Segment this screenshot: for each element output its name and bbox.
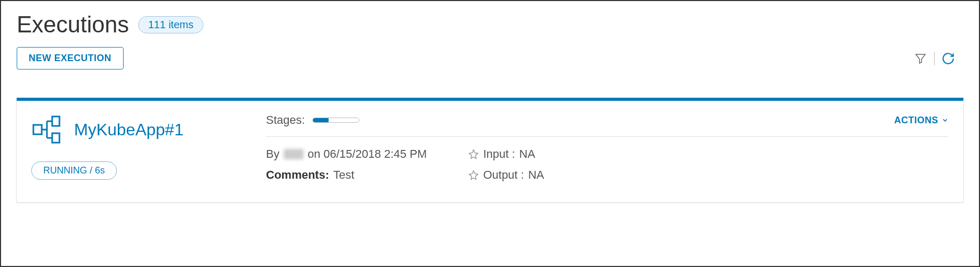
svg-rect-1 [52, 117, 59, 126]
stages-row: Stages: ACTIONS [266, 113, 949, 137]
page-header: Executions 111 items [17, 11, 963, 38]
content: Executions 111 items NEW EXECUTION [1, 1, 979, 69]
new-execution-button[interactable]: NEW EXECUTION [17, 47, 124, 69]
stages-label: Stages: [266, 113, 305, 127]
card-right: Stages: ACTIONS By [266, 113, 949, 188]
star-icon[interactable] [468, 170, 479, 180]
svg-rect-0 [33, 125, 42, 134]
stages-left: Stages: [266, 113, 359, 127]
details-col-right: Input : NA Output : NA [468, 147, 544, 182]
output-value: NA [528, 168, 545, 182]
by-line: By on 06/15/2018 2:45 PM [266, 147, 427, 161]
pipeline-icon [31, 113, 64, 146]
details-col-left: By on 06/15/2018 2:45 PM Comments:Test [266, 147, 427, 182]
execution-name-link[interactable]: MyKubeApp#1 [74, 120, 184, 140]
toolbar-divider [934, 52, 935, 65]
actions-dropdown[interactable]: ACTIONS [894, 115, 949, 126]
output-label: Output : [483, 168, 524, 182]
comments-line: Comments:Test [266, 168, 427, 182]
author-redacted [284, 149, 304, 159]
card-left: MyKubeApp#1 RUNNING / 6s [31, 113, 250, 188]
comments-label: Comments: [266, 168, 329, 182]
stages-progress [312, 118, 359, 123]
scroll-padding [17, 202, 963, 266]
details: By on 06/15/2018 2:45 PM Comments:Test I… [266, 147, 949, 182]
by-on-text: on 06/15/2018 2:45 PM [308, 147, 427, 161]
execution-list[interactable]: MyKubeApp#1 RUNNING / 6s Stages: ACTIONS [1, 98, 979, 266]
by-prefix: By [266, 147, 280, 161]
page-title: Executions [17, 11, 129, 38]
svg-rect-2 [52, 133, 59, 143]
input-line: Input : NA [468, 147, 544, 161]
output-line: Output : NA [468, 168, 544, 182]
input-label: Input : [483, 147, 515, 161]
stages-progress-fill [313, 118, 329, 122]
refresh-button[interactable] [941, 51, 955, 66]
app-row: MyKubeApp#1 [31, 113, 250, 146]
toolbar: NEW EXECUTION [17, 47, 963, 69]
filter-icon [914, 52, 927, 65]
star-icon[interactable] [468, 149, 479, 159]
item-count-badge: 111 items [138, 16, 203, 33]
input-value: NA [519, 147, 536, 161]
execution-card: MyKubeApp#1 RUNNING / 6s Stages: ACTIONS [17, 98, 963, 202]
app-frame: Executions 111 items NEW EXECUTION [0, 0, 980, 267]
comments-value: Test [333, 168, 354, 182]
chevron-down-icon [941, 117, 949, 124]
filter-button[interactable] [913, 51, 928, 66]
status-badge: RUNNING / 6s [31, 161, 117, 180]
refresh-icon [941, 52, 955, 65]
toolbar-icons [913, 51, 955, 66]
actions-label: ACTIONS [894, 115, 939, 126]
